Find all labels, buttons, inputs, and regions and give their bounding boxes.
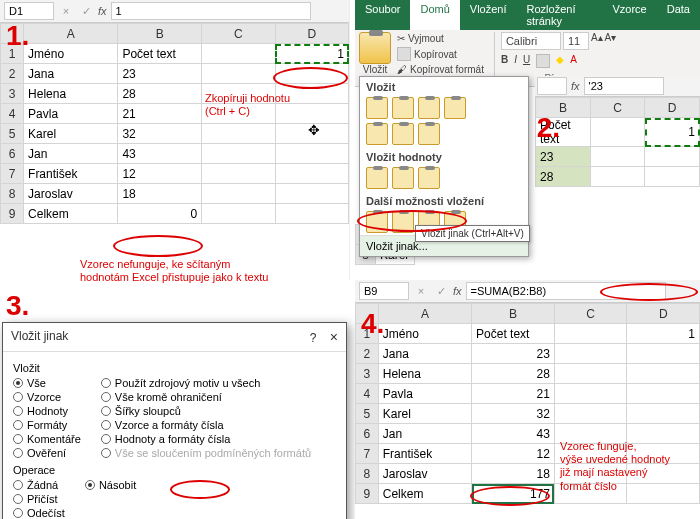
paste-option-icon[interactable] [444, 97, 466, 119]
row-header[interactable]: 3 [356, 364, 379, 384]
cell[interactable]: 32 [118, 124, 202, 144]
cell[interactable] [554, 404, 627, 424]
underline-button[interactable]: U [523, 54, 530, 68]
sheet-1[interactable]: A B C D 1JménoPočet text1 2Jana23 3Helen… [0, 23, 349, 224]
cell[interactable] [590, 147, 645, 167]
cell[interactable]: Jan [24, 144, 118, 164]
cell[interactable]: Jan [378, 424, 471, 444]
cell[interactable]: 28 [536, 167, 591, 187]
col-header-A[interactable]: A [24, 24, 118, 44]
cell[interactable]: František [24, 164, 118, 184]
cell[interactable]: Karel [378, 404, 471, 424]
col-header-C[interactable]: C [202, 24, 275, 44]
cell[interactable]: Celkem [378, 484, 471, 504]
cell[interactable] [554, 344, 627, 364]
cell[interactable]: Helena [24, 84, 118, 104]
italic-button[interactable]: I [514, 54, 517, 68]
cell[interactable] [645, 147, 700, 167]
name-box-1[interactable]: D1 [4, 2, 54, 20]
cell[interactable] [627, 364, 700, 384]
radio-formats[interactable]: Formáty [13, 418, 81, 432]
cell[interactable]: Jaroslav [378, 464, 471, 484]
copy-button[interactable]: Kopírovat [395, 46, 486, 62]
cell[interactable]: 23 [472, 344, 555, 364]
radio-validation[interactable]: Ověření [13, 446, 81, 460]
row-header[interactable]: 2 [356, 344, 379, 364]
cell[interactable] [202, 204, 275, 224]
cell[interactable]: Karel [24, 124, 118, 144]
row-header[interactable]: 9 [356, 484, 379, 504]
col-header-D[interactable]: D [275, 24, 348, 44]
radio-comments[interactable]: Komentáře [13, 432, 81, 446]
col-header-C[interactable]: C [554, 304, 627, 324]
cell[interactable]: 1 [627, 324, 700, 344]
paste-option-icon[interactable] [366, 123, 388, 145]
cell[interactable]: 43 [118, 144, 202, 164]
dialog-help-button[interactable]: ? [310, 331, 317, 345]
cell[interactable]: 28 [118, 84, 202, 104]
paste-option-icon[interactable] [418, 97, 440, 119]
radio-none[interactable]: Žádná [13, 478, 65, 492]
row-header[interactable]: 2 [1, 64, 24, 84]
row-header[interactable]: 6 [1, 144, 24, 164]
cell[interactable] [202, 144, 275, 164]
cell[interactable] [645, 167, 700, 187]
cell[interactable] [590, 167, 645, 187]
cell[interactable]: 12 [118, 164, 202, 184]
row-header[interactable]: 3 [1, 84, 24, 104]
row-header[interactable]: 6 [356, 424, 379, 444]
cell[interactable]: 28 [472, 364, 555, 384]
tab-home[interactable]: Domů [410, 0, 459, 30]
paste-option-icon[interactable] [392, 123, 414, 145]
cell[interactable] [202, 44, 275, 64]
cell[interactable]: Počet text [118, 44, 202, 64]
row-header[interactable]: 7 [1, 164, 24, 184]
cell[interactable]: Jaroslav [24, 184, 118, 204]
cell[interactable] [554, 324, 627, 344]
cell[interactable] [627, 384, 700, 404]
row-header[interactable]: 4 [356, 384, 379, 404]
cell[interactable]: Jana [24, 64, 118, 84]
cell[interactable]: 43 [472, 424, 555, 444]
paste-other-icon[interactable] [366, 211, 388, 233]
row-header[interactable]: 9 [1, 204, 24, 224]
cell[interactable] [275, 184, 348, 204]
paste-button-icon[interactable] [359, 32, 391, 64]
cell[interactable]: Pavla [24, 104, 118, 124]
cell[interactable]: 23 [536, 147, 591, 167]
cell[interactable] [627, 404, 700, 424]
cell[interactable]: Jméno [24, 44, 118, 64]
col-header-D[interactable]: D [645, 98, 700, 118]
cell[interactable]: 18 [472, 464, 555, 484]
grow-font-icon[interactable]: A▴ [591, 32, 603, 50]
font-size-select[interactable]: 11 [563, 32, 589, 50]
font-color-icon[interactable]: A [570, 54, 577, 68]
col-header-B[interactable]: B [118, 24, 202, 44]
dialog-close-button[interactable]: × [330, 329, 338, 345]
col-header-A[interactable]: A [378, 304, 471, 324]
paste-option-icon[interactable] [366, 97, 388, 119]
name-box-4[interactable]: B9 [359, 282, 409, 300]
cell[interactable]: 32 [472, 404, 555, 424]
tab-insert[interactable]: Vložení [460, 0, 517, 30]
font-name-select[interactable]: Calibri [501, 32, 561, 50]
cell[interactable] [590, 118, 645, 147]
fill-color-icon[interactable]: ◆ [556, 54, 564, 68]
paste-label[interactable]: Vložit [359, 64, 391, 75]
paste-values-icon[interactable] [366, 167, 388, 189]
row-header[interactable]: 7 [356, 444, 379, 464]
radio-all[interactable]: Vše [13, 376, 81, 390]
paste-option-icon[interactable] [392, 97, 414, 119]
tab-file[interactable]: Soubor [355, 0, 410, 30]
cell-D1-selected[interactable]: 1 [275, 44, 348, 64]
cell[interactable] [554, 384, 627, 404]
cell[interactable]: Helena [378, 364, 471, 384]
border-icon[interactable] [536, 54, 550, 68]
cell-B9-sum[interactable]: 177 [472, 484, 555, 504]
cell[interactable] [554, 364, 627, 384]
cell[interactable]: 12 [472, 444, 555, 464]
cut-button[interactable]: ✂Vyjmout [395, 32, 486, 45]
formula-input-1[interactable]: 1 [111, 2, 311, 20]
col-header-B[interactable]: B [472, 304, 555, 324]
row-header[interactable]: 8 [356, 464, 379, 484]
